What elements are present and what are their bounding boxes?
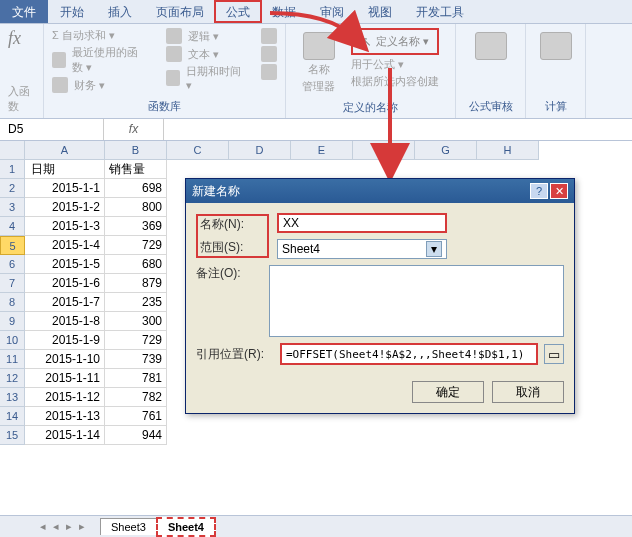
comment-textarea[interactable] bbox=[269, 265, 564, 337]
row-header[interactable]: 13 bbox=[0, 388, 25, 407]
dialog-title: 新建名称 bbox=[192, 183, 240, 200]
formula-audit-button[interactable] bbox=[464, 28, 517, 64]
create-from-selection-button[interactable]: 根据所选内容创建 bbox=[351, 74, 439, 89]
formula-bar: D5 fx bbox=[0, 119, 632, 141]
col-header-f[interactable]: F bbox=[353, 141, 415, 160]
value-cell[interactable]: 800 bbox=[105, 198, 167, 217]
value-cell[interactable]: 698 bbox=[105, 179, 167, 198]
name-input[interactable] bbox=[277, 213, 447, 233]
row-header[interactable]: 15 bbox=[0, 426, 25, 445]
row-header[interactable]: 12 bbox=[0, 369, 25, 388]
col-header-e[interactable]: E bbox=[291, 141, 353, 160]
cells-grid[interactable]: 日期销售量2015-1-16982015-1-28002015-1-336920… bbox=[25, 160, 167, 445]
menu-insert[interactable]: 插入 bbox=[96, 0, 144, 23]
date-cell[interactable]: 2015-1-11 bbox=[25, 369, 105, 388]
menu-pagelayout[interactable]: 页面布局 bbox=[144, 0, 216, 23]
menu-bar: 文件 开始 插入 页面布局 公式 数据 审阅 视图 开发工具 bbox=[0, 0, 632, 24]
col-header-b[interactable]: B bbox=[105, 141, 167, 160]
menu-dev[interactable]: 开发工具 bbox=[404, 0, 476, 23]
date-cell[interactable]: 2015-1-1 bbox=[25, 179, 105, 198]
formula-input[interactable] bbox=[164, 119, 632, 140]
value-cell[interactable]: 369 bbox=[105, 217, 167, 236]
date-cell[interactable]: 2015-1-4 bbox=[25, 236, 105, 255]
date-cell[interactable]: 2015-1-13 bbox=[25, 407, 105, 426]
insert-function-icon[interactable]: fx bbox=[8, 28, 35, 49]
dialog-close-button[interactable]: ✕ bbox=[550, 183, 568, 199]
row-header[interactable]: 2 bbox=[0, 179, 25, 198]
row-header[interactable]: 9 bbox=[0, 312, 25, 331]
ok-button[interactable]: 确定 bbox=[412, 381, 484, 403]
date-cell[interactable]: 2015-1-5 bbox=[25, 255, 105, 274]
scope-select[interactable]: Sheet4 ▾ bbox=[277, 239, 447, 259]
menu-view[interactable]: 视图 bbox=[356, 0, 404, 23]
value-cell[interactable]: 761 bbox=[105, 407, 167, 426]
sheet-tab-sheet3[interactable]: Sheet3 bbox=[100, 518, 157, 535]
value-cell[interactable]: 729 bbox=[105, 236, 167, 255]
date-cell[interactable]: 2015-1-7 bbox=[25, 293, 105, 312]
row-header[interactable]: 7 bbox=[0, 274, 25, 293]
header-cell[interactable]: 日期 bbox=[25, 160, 105, 179]
menu-data[interactable]: 数据 bbox=[260, 0, 308, 23]
sheet-tab-sheet4[interactable]: Sheet4 bbox=[156, 517, 216, 537]
value-cell[interactable]: 300 bbox=[105, 312, 167, 331]
tab-nav-buttons[interactable]: ◂ ◂ ▸ ▸ bbox=[40, 520, 100, 533]
date-cell[interactable]: 2015-1-12 bbox=[25, 388, 105, 407]
date-cell[interactable]: 2015-1-8 bbox=[25, 312, 105, 331]
col-header-d[interactable]: D bbox=[229, 141, 291, 160]
date-cell[interactable]: 2015-1-3 bbox=[25, 217, 105, 236]
value-cell[interactable]: 739 bbox=[105, 350, 167, 369]
value-cell[interactable]: 235 bbox=[105, 293, 167, 312]
value-cell[interactable]: 944 bbox=[105, 426, 167, 445]
logical-button[interactable]: 逻辑 ▾ bbox=[166, 28, 243, 44]
calculation-button[interactable] bbox=[534, 28, 577, 64]
date-cell[interactable]: 2015-1-9 bbox=[25, 331, 105, 350]
date-cell[interactable]: 2015-1-14 bbox=[25, 426, 105, 445]
value-cell[interactable]: 781 bbox=[105, 369, 167, 388]
recent-button[interactable]: 最近使用的函数 ▾ bbox=[52, 45, 148, 75]
menu-file[interactable]: 文件 bbox=[0, 0, 48, 23]
text-button[interactable]: 文本 ▾ bbox=[166, 46, 243, 62]
header-cell[interactable]: 销售量 bbox=[105, 160, 167, 179]
row-header[interactable]: 3 bbox=[0, 198, 25, 217]
financial-button[interactable]: 财务 ▾ bbox=[52, 77, 148, 93]
dropdown-icon[interactable]: ▾ bbox=[426, 241, 442, 257]
audit-label: 公式审核 bbox=[464, 97, 517, 114]
function-library-label: 函数库 bbox=[52, 97, 277, 114]
value-cell[interactable]: 782 bbox=[105, 388, 167, 407]
datetime-button[interactable]: 日期和时间 ▾ bbox=[166, 64, 243, 92]
row-header[interactable]: 11 bbox=[0, 350, 25, 369]
select-all-corner[interactable] bbox=[0, 141, 25, 160]
date-cell[interactable]: 2015-1-6 bbox=[25, 274, 105, 293]
define-name-button[interactable]: ↖ 定义名称 ▾ bbox=[351, 28, 439, 55]
autosum-button[interactable]: Σ 自动求和 ▾ bbox=[52, 28, 148, 43]
name-box[interactable]: D5 bbox=[0, 119, 104, 140]
date-cell[interactable]: 2015-1-2 bbox=[25, 198, 105, 217]
col-header-g[interactable]: G bbox=[415, 141, 477, 160]
ref-input[interactable] bbox=[280, 343, 538, 365]
ribbon: fx 入函数 Σ 自动求和 ▾ 最近使用的函数 ▾ 财务 ▾ 逻辑 ▾ 文本 ▾… bbox=[0, 24, 632, 119]
row-header[interactable]: 8 bbox=[0, 293, 25, 312]
date-cell[interactable]: 2015-1-10 bbox=[25, 350, 105, 369]
ref-picker-button[interactable]: ▭ bbox=[544, 344, 564, 364]
fx-label[interactable]: fx bbox=[104, 119, 164, 140]
menu-formulas[interactable]: 公式 bbox=[214, 0, 262, 23]
row-header[interactable]: 10 bbox=[0, 331, 25, 350]
cancel-button[interactable]: 取消 bbox=[492, 381, 564, 403]
row-header[interactable]: 4 bbox=[0, 217, 25, 236]
dialog-help-button[interactable]: ? bbox=[530, 183, 548, 199]
col-header-c[interactable]: C bbox=[167, 141, 229, 160]
row-header[interactable]: 1 bbox=[0, 160, 25, 179]
row-header[interactable]: 5 bbox=[0, 236, 25, 255]
row-header[interactable]: 14 bbox=[0, 407, 25, 426]
row-header[interactable]: 6 bbox=[0, 255, 25, 274]
use-in-formula-button[interactable]: 用于公式 ▾ bbox=[351, 57, 439, 72]
menu-home[interactable]: 开始 bbox=[48, 0, 96, 23]
menu-review[interactable]: 审阅 bbox=[308, 0, 356, 23]
dialog-titlebar[interactable]: 新建名称 ? ✕ bbox=[186, 179, 574, 203]
value-cell[interactable]: 729 bbox=[105, 331, 167, 350]
value-cell[interactable]: 680 bbox=[105, 255, 167, 274]
col-header-h[interactable]: H bbox=[477, 141, 539, 160]
name-manager-button[interactable]: 名称 管理器 bbox=[294, 28, 343, 98]
col-header-a[interactable]: A bbox=[25, 141, 105, 160]
value-cell[interactable]: 879 bbox=[105, 274, 167, 293]
